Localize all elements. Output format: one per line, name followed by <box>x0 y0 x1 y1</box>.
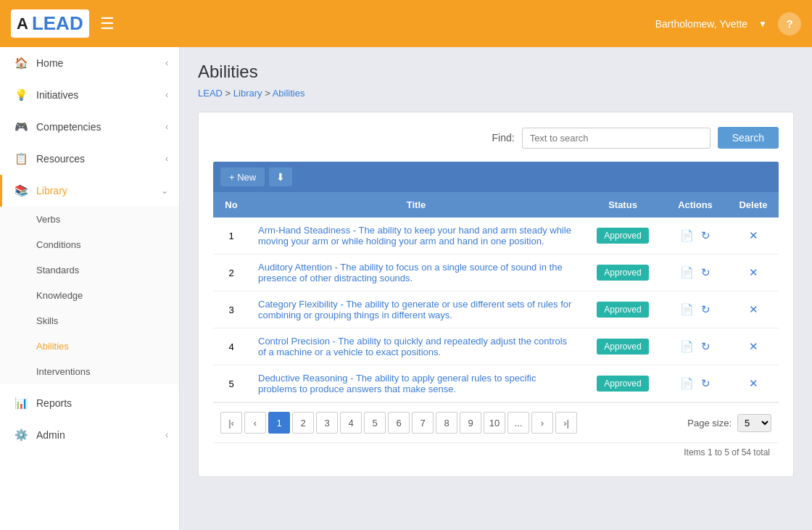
header: A LEAD ☰ Bartholomew, Yvette ▼ ? <box>0 0 812 47</box>
delete-icon[interactable]: ✕ <box>749 303 758 315</box>
sidebar-item-label: Competencies <box>36 121 102 133</box>
cell-status: Approved <box>583 291 663 328</box>
new-button[interactable]: + New <box>220 167 265 186</box>
help-button[interactable]: ? <box>778 12 801 36</box>
sidebar-item-competencies[interactable]: 🎮 Competencies ‹ <box>0 111 179 143</box>
history-icon[interactable]: ↻ <box>701 303 710 315</box>
sidebar-item-conditions[interactable]: Conditions <box>0 232 179 257</box>
status-badge: Approved <box>597 302 648 318</box>
page-size-select[interactable]: 5 10 25 50 <box>737 414 771 432</box>
sidebar-item-library[interactable]: 📚 Library ⌄ <box>0 175 179 207</box>
table-row: 4 Control Precision - The ability to qui… <box>213 328 779 365</box>
history-icon[interactable]: ↻ <box>701 266 710 278</box>
cell-title: Category Flexibility - The ability to ge… <box>249 291 583 328</box>
sidebar-library-submenu: Verbs Conditions Standards Knowledge Ski… <box>0 207 179 384</box>
page-btn-9[interactable]: 9 <box>460 412 481 434</box>
sidebar-item-skills[interactable]: Skills <box>0 308 179 334</box>
main-layout: 🏠 Home ‹ 💡 Initiatives ‹ 🎮 Competencies … <box>0 47 812 530</box>
cell-no: 1 <box>213 218 249 254</box>
sidebar-item-knowledge[interactable]: Knowledge <box>0 283 179 308</box>
page-btn-2[interactable]: 2 <box>292 412 314 434</box>
cell-delete: ✕ <box>728 328 779 365</box>
breadcrumb-sep: > <box>225 88 233 99</box>
page-prev-btn[interactable]: ‹ <box>244 412 266 434</box>
cell-actions: 📄 ↻ <box>663 365 728 402</box>
col-header-no: No <box>213 192 249 218</box>
col-header-actions: Actions <box>663 192 728 218</box>
copy-icon[interactable]: 📄 <box>680 229 694 241</box>
page-size-label: Page size: <box>687 418 732 428</box>
breadcrumb-abilities: Abilities <box>273 88 305 99</box>
history-icon[interactable]: ↻ <box>701 377 710 389</box>
sidebar-item-reports[interactable]: 📊 Reports <box>0 387 179 419</box>
page-title: Abilities <box>198 62 794 82</box>
search-input[interactable] <box>522 128 710 149</box>
delete-icon[interactable]: ✕ <box>749 266 758 278</box>
user-dropdown-icon[interactable]: ▼ <box>758 19 767 29</box>
sidebar-item-resources[interactable]: 📋 Resources ‹ <box>0 143 179 175</box>
breadcrumb-lead[interactable]: LEAD <box>198 88 223 99</box>
page-btn-6[interactable]: 6 <box>388 412 410 434</box>
copy-icon[interactable]: 📄 <box>680 303 694 315</box>
reports-icon: 📊 <box>13 397 29 410</box>
cell-status: Approved <box>583 254 663 291</box>
page-last-btn[interactable]: ›| <box>555 412 577 434</box>
sidebar-item-initiatives[interactable]: 💡 Initiatives ‹ <box>0 79 179 111</box>
cell-delete: ✕ <box>728 365 779 402</box>
delete-icon[interactable]: ✕ <box>749 377 758 389</box>
sidebar-item-label: Home <box>36 57 63 69</box>
delete-icon[interactable]: ✕ <box>749 340 758 352</box>
sidebar-item-verbs[interactable]: Verbs <box>0 207 179 232</box>
chevron-right-icon: ‹ <box>165 90 168 100</box>
search-row: Find: Search <box>213 127 779 149</box>
initiatives-icon: 💡 <box>13 88 29 102</box>
sidebar-item-interventions[interactable]: Interventions <box>0 359 179 384</box>
cell-delete: ✕ <box>728 291 779 328</box>
competencies-icon: 🎮 <box>13 120 29 133</box>
status-badge: Approved <box>597 265 648 281</box>
page-btn-8[interactable]: 8 <box>436 412 457 434</box>
copy-icon[interactable]: 📄 <box>680 377 694 389</box>
cell-title: Control Precision - The ability to quick… <box>249 328 583 365</box>
search-button[interactable]: Search <box>718 127 779 149</box>
cell-status: Approved <box>583 365 663 402</box>
status-badge: Approved <box>597 228 648 244</box>
sidebar-item-abilities[interactable]: Abilities <box>0 334 179 359</box>
copy-icon[interactable]: 📄 <box>680 266 694 278</box>
logo-lead: LEAD <box>32 12 83 35</box>
history-icon[interactable]: ↻ <box>701 229 710 241</box>
cell-title: Auditory Attention - The ability to focu… <box>249 254 583 291</box>
chevron-right-icon: ‹ <box>165 122 168 132</box>
page-btn-5[interactable]: 5 <box>364 412 386 434</box>
download-button[interactable]: ⬇ <box>269 167 292 186</box>
page-btn-4[interactable]: 4 <box>340 412 362 434</box>
page-btn-10[interactable]: 10 <box>484 412 505 434</box>
page-ellipsis: ... <box>508 412 529 434</box>
delete-icon[interactable]: ✕ <box>749 229 758 241</box>
col-header-title: Title <box>249 192 583 218</box>
sidebar-item-standards[interactable]: Standards <box>0 257 179 283</box>
toolbar: + New ⬇ <box>213 162 779 192</box>
cell-no: 3 <box>213 291 249 328</box>
sidebar-item-admin[interactable]: ⚙️ Admin ‹ <box>0 419 179 451</box>
cell-actions: 📄 ↻ <box>663 291 728 328</box>
page-btn-3[interactable]: 3 <box>316 412 338 434</box>
chevron-right-icon: ‹ <box>165 154 168 164</box>
sidebar-item-label: Initiatives <box>36 89 78 101</box>
logo[interactable]: A LEAD <box>11 9 89 38</box>
content: Abilities LEAD > Library > Abilities Fin… <box>180 47 812 530</box>
sidebar-item-home[interactable]: 🏠 Home ‹ <box>0 47 179 79</box>
page-btn-1[interactable]: 1 <box>268 412 290 434</box>
page-btn-7[interactable]: 7 <box>412 412 434 434</box>
hamburger-icon[interactable]: ☰ <box>100 15 115 33</box>
page-first-btn[interactable]: |‹ <box>220 412 242 434</box>
admin-icon: ⚙️ <box>13 428 29 442</box>
cell-delete: ✕ <box>728 254 779 291</box>
breadcrumb-library[interactable]: Library <box>233 88 262 99</box>
copy-icon[interactable]: 📄 <box>680 340 694 352</box>
history-icon[interactable]: ↻ <box>701 340 710 352</box>
chevron-down-icon: ⌄ <box>161 186 168 196</box>
page-size-row: Page size: 5 10 25 50 <box>687 414 771 432</box>
page-next-btn[interactable]: › <box>531 412 553 434</box>
user-name[interactable]: Bartholomew, Yvette <box>655 18 747 30</box>
